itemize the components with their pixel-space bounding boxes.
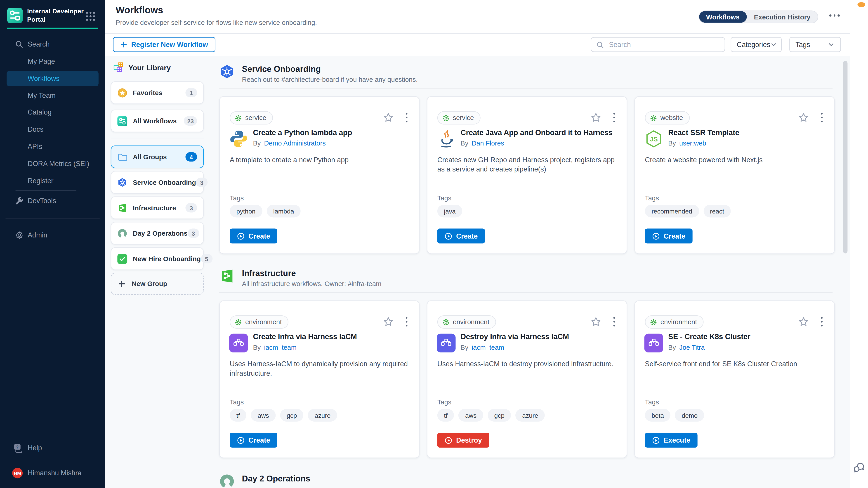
count-badge: 3 bbox=[196, 177, 208, 187]
new-group-button[interactable]: New Group bbox=[111, 273, 204, 295]
search-input[interactable] bbox=[608, 40, 720, 49]
categories-dropdown[interactable]: Categories bbox=[731, 37, 782, 52]
sidebar-divider bbox=[16, 190, 76, 191]
favorite-star-icon[interactable] bbox=[798, 317, 809, 327]
library-group-infrastructure[interactable]: Infrastructure 3 bbox=[111, 196, 204, 219]
library-group-new-hire-onboarding[interactable]: New Hire Onboarding 5 bbox=[111, 248, 204, 270]
tag-pill: azure bbox=[308, 409, 337, 422]
tag-pill: tf bbox=[230, 409, 246, 422]
card-description: Creates new GH Repo and Harness project,… bbox=[437, 156, 617, 174]
sidebar-item-my-team[interactable]: My Team bbox=[0, 88, 105, 103]
tags-label: Tags bbox=[645, 398, 659, 406]
library-header: Your Library bbox=[113, 62, 204, 73]
card-title: React SSR Template bbox=[668, 128, 832, 137]
java-logo-icon bbox=[437, 129, 456, 148]
workflow-card-react-ssr: website JS React SSR Template By user:we… bbox=[634, 96, 835, 254]
card-menu-icon[interactable] bbox=[613, 113, 615, 123]
library-item-all-workflows[interactable]: All Workflows 23 bbox=[111, 109, 204, 132]
gear-icon bbox=[650, 114, 657, 122]
workflow-search bbox=[591, 37, 725, 52]
play-icon bbox=[652, 436, 660, 444]
card-menu-icon[interactable] bbox=[405, 317, 407, 326]
destroy-button[interactable]: Destroy bbox=[437, 433, 489, 448]
library-group-service-onboarding[interactable]: Service Onboarding 3 bbox=[111, 171, 204, 194]
card-title: Destroy Infra via Harness IaCM bbox=[461, 332, 625, 341]
register-new-workflow-button[interactable]: Register New Workflow bbox=[113, 37, 215, 52]
sidebar-item-register[interactable]: Register bbox=[0, 173, 105, 189]
library-item-label: All Workflows bbox=[133, 117, 177, 125]
favorite-star-icon[interactable] bbox=[383, 112, 394, 123]
cards-row: environment Create Infra via Harness IaC… bbox=[219, 300, 835, 458]
tags-dropdown[interactable]: Tags bbox=[789, 37, 841, 52]
library-item-favorites[interactable]: Favorites 1 bbox=[111, 81, 204, 104]
library-group-day2-operations[interactable]: Day 2 Operations 3 bbox=[111, 222, 204, 245]
svg-text:JS: JS bbox=[650, 135, 658, 143]
sidebar-item-devtools[interactable]: DevTools bbox=[0, 193, 105, 209]
avatar: HM bbox=[12, 468, 23, 479]
sidebar-item-catalog[interactable]: Catalog bbox=[0, 105, 105, 120]
sidebar-item-my-page[interactable]: My Page bbox=[0, 54, 105, 69]
tags-label: Tags bbox=[230, 194, 244, 202]
create-button[interactable]: Create bbox=[230, 228, 277, 243]
tab-workflows[interactable]: Workflows bbox=[699, 11, 747, 23]
apps-grid-icon[interactable] bbox=[85, 11, 96, 22]
sidebar-item-search[interactable]: Search bbox=[0, 37, 105, 52]
card-author-link[interactable]: user:web bbox=[679, 139, 706, 147]
favorite-star-icon[interactable] bbox=[591, 317, 601, 327]
view-toggle: Workflows Execution History bbox=[698, 11, 818, 23]
card-menu-icon[interactable] bbox=[405, 113, 407, 123]
page-title: Workflows bbox=[116, 5, 163, 16]
sidebar-item-dora-metrics[interactable]: DORA Metrics (SEI) bbox=[0, 156, 105, 172]
chat-bubbles-icon[interactable] bbox=[853, 461, 865, 474]
header-more-menu-icon[interactable] bbox=[829, 14, 840, 17]
gear-icon bbox=[235, 318, 242, 326]
section-header-infrastructure: Infrastructure All infrastructure workfl… bbox=[219, 268, 835, 288]
library-group-all-groups[interactable]: All Groups 4 bbox=[111, 145, 204, 168]
card-author-link[interactable]: Dan Flores bbox=[472, 139, 504, 147]
workflow-diagram-icon bbox=[645, 334, 663, 352]
sidebar-item-label: My Page bbox=[28, 58, 55, 65]
section-title: Day 2 Operations bbox=[242, 474, 310, 484]
tag-pill: beta bbox=[645, 409, 671, 422]
create-button[interactable]: Create bbox=[645, 228, 692, 243]
card-author-link[interactable]: Joe Titra bbox=[679, 344, 705, 351]
library-cubes-icon bbox=[113, 62, 124, 73]
card-author-link[interactable]: Demo Administrators bbox=[264, 139, 326, 147]
gear-icon bbox=[15, 231, 24, 239]
svg-text:?: ? bbox=[16, 445, 19, 449]
card-type-chip: service bbox=[437, 111, 480, 125]
execute-button[interactable]: Execute bbox=[645, 433, 698, 448]
section-title: Service Onboarding bbox=[242, 64, 418, 74]
sidebar-item-help[interactable]: ? Help bbox=[0, 440, 105, 456]
user-name: Himanshu Mishra bbox=[28, 469, 81, 477]
help-chat-icon: ? bbox=[13, 443, 23, 453]
tags-label: Tags bbox=[230, 398, 244, 406]
sidebar-item-label: Help bbox=[28, 445, 42, 452]
play-icon bbox=[237, 436, 245, 444]
favorite-star-icon[interactable] bbox=[591, 112, 601, 123]
scrollbar-thumb[interactable] bbox=[843, 61, 848, 253]
favorite-star-icon[interactable] bbox=[798, 112, 809, 123]
card-author-link[interactable]: iacm_team bbox=[264, 344, 297, 351]
tab-execution-history[interactable]: Execution History bbox=[747, 11, 818, 23]
card-type-label: website bbox=[660, 114, 683, 122]
favorite-star-icon[interactable] bbox=[383, 317, 394, 327]
python-logo-icon bbox=[229, 129, 248, 148]
card-description: A template to create a new Python app bbox=[230, 156, 409, 165]
create-button[interactable]: Create bbox=[230, 433, 277, 448]
card-tags: beta demo bbox=[645, 409, 704, 422]
sidebar-item-label: My Team bbox=[28, 92, 56, 100]
sidebar-user[interactable]: HM Himanshu Mishra bbox=[0, 465, 105, 481]
sidebar-item-admin[interactable]: Admin bbox=[0, 228, 105, 243]
sidebar-item-workflows[interactable]: Workflows bbox=[6, 71, 98, 86]
card-description: Uses Harness-IaCM to dynamically provisi… bbox=[230, 360, 409, 379]
sidebar-item-apis[interactable]: APIs bbox=[0, 139, 105, 155]
sidebar-item-docs[interactable]: Docs bbox=[0, 122, 105, 137]
card-menu-icon[interactable] bbox=[613, 317, 615, 326]
card-byline: By iacm_team bbox=[461, 344, 504, 351]
create-button[interactable]: Create bbox=[437, 228, 485, 243]
card-author-link[interactable]: iacm_team bbox=[472, 344, 504, 351]
card-menu-icon[interactable] bbox=[821, 317, 823, 326]
card-menu-icon[interactable] bbox=[821, 113, 823, 123]
card-type-label: service bbox=[245, 114, 266, 122]
